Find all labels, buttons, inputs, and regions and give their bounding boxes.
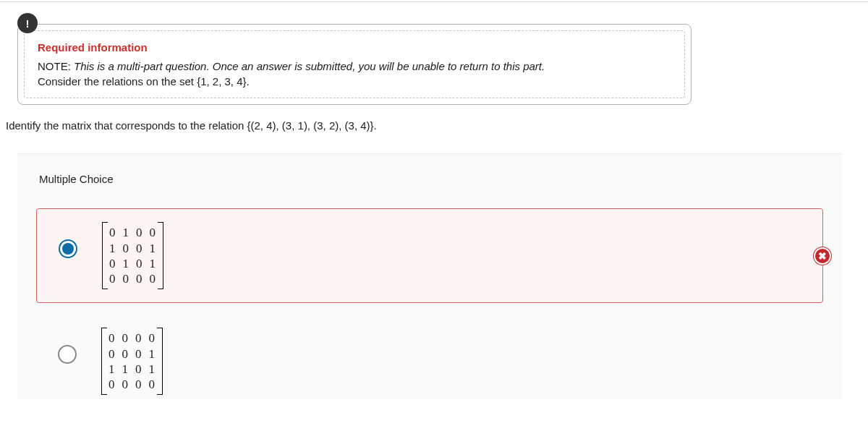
incorrect-icon: ✖	[814, 247, 831, 265]
question-text: Identify the matrix that corresponds to …	[6, 119, 868, 132]
info-icon: !	[17, 13, 38, 33]
matrix-row: 0 1 0 1	[109, 256, 156, 271]
matrix-row: 0 0 0 0	[109, 271, 156, 286]
matrix-row: 1 1 0 1	[109, 362, 156, 377]
choice-option-1[interactable]: 0 1 0 0 1 0 0 1 0 1 0 1 0 0 0 0 ✖	[36, 208, 823, 303]
matrix-row: 0 1 0 0	[109, 225, 156, 240]
note-italic: This is a multi-part question. Once an a…	[74, 60, 545, 72]
matrix-option-2: 0 0 0 0 0 0 0 1 1 1 0 1 0 0 0 0	[101, 328, 163, 395]
multiple-choice-panel: Multiple Choice 0 1 0 0 1 0 0 1 0 1 0 1 …	[17, 153, 842, 399]
note-prefix: NOTE:	[38, 60, 74, 72]
radio-unselected-icon[interactable]	[58, 345, 77, 364]
consider-line: Consider the relations on the set {1, 2,…	[38, 75, 671, 88]
multiple-choice-label: Multiple Choice	[17, 173, 842, 185]
radio-selected-icon[interactable]	[59, 239, 77, 258]
required-info-box: ! Required information NOTE: This is a m…	[17, 24, 692, 105]
matrix-row: 1 0 0 1	[109, 241, 156, 256]
choice-option-2[interactable]: 0 0 0 0 0 0 0 1 1 1 0 1 0 0 0 0	[36, 323, 823, 399]
matrix-row: 0 0 0 0	[109, 330, 156, 346]
matrix-row: 0 0 0 0	[109, 377, 156, 392]
matrix-option-1: 0 1 0 0 1 0 0 1 0 1 0 1 0 0 0 0	[102, 222, 163, 289]
required-info-title: Required information	[38, 41, 671, 54]
note-line: NOTE: This is a multi-part question. Onc…	[38, 59, 671, 74]
matrix-row: 0 0 0 1	[109, 346, 156, 362]
